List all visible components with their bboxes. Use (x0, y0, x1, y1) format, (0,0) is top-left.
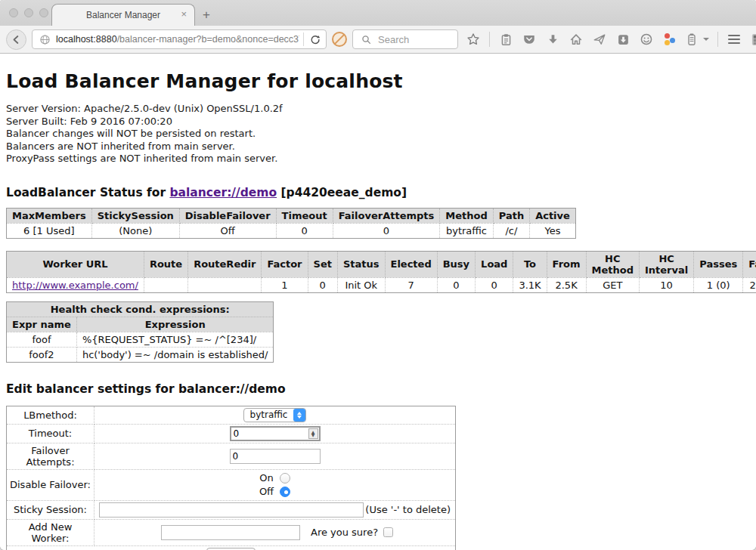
worker-status-table: Worker URLRouteRouteRedirFactorSetStatus… (6, 251, 756, 293)
table-cell (144, 277, 187, 292)
radio-off[interactable] (280, 487, 290, 497)
table-cell: Yes (530, 223, 576, 238)
url-domain: localhost:8880 (56, 34, 117, 45)
column-header: MaxMembers (7, 208, 92, 223)
page-title: Load Balancer Manager for localhost (6, 70, 750, 92)
back-icon (9, 32, 24, 47)
add-worker-input[interactable] (161, 525, 300, 540)
zoom-window-button[interactable] (39, 8, 48, 17)
health-check-table: Health check cond. expressions:Expr name… (6, 301, 274, 363)
column-header: Elected (385, 251, 437, 277)
lbmethod-selected-value: bytraffic (250, 409, 294, 420)
battery-container-icon[interactable] (684, 32, 699, 47)
table-row: foof2hc('body') =~ /domain is establishe… (7, 347, 274, 362)
table-cell: 6 [1 Used] (7, 223, 92, 238)
search-placeholder: Search (378, 34, 409, 45)
submit-button[interactable]: Submit (206, 548, 256, 550)
lbmethod-label: LBmethod: (7, 406, 94, 424)
worker-url-link[interactable]: http://www.example.com/ (12, 280, 138, 291)
loadbalancer-status-heading: LoadBalancer Status for balancer://demo … (6, 186, 750, 199)
column-header: Load (476, 251, 513, 277)
sticky-session-label: Sticky Session: (7, 500, 94, 519)
table-cell: 0 (333, 223, 440, 238)
lbmethod-select[interactable]: bytraffic (243, 408, 307, 422)
failover-attempts-row: Failover Attempts: (7, 443, 456, 469)
colored-dots-extension-icon[interactable] (662, 32, 676, 46)
balancer-demo-link[interactable]: balancer://demo (169, 186, 277, 199)
are-you-sure-checkbox[interactable] (383, 527, 393, 537)
timeout-label: Timeout: (7, 424, 94, 443)
table-cell: 1 (262, 277, 308, 292)
blocked-content-icon[interactable] (332, 32, 347, 47)
back-button[interactable] (6, 29, 26, 50)
table-cell: hc('body') =~ /domain is established/ (76, 347, 274, 362)
grid-screenshot-icon[interactable] (750, 32, 756, 47)
radio-on-label: On (259, 472, 273, 484)
tab-close-icon[interactable]: × (181, 9, 187, 19)
paper-plane-icon[interactable] (592, 32, 607, 47)
server-info-line: Balancer changes will NOT be persisted o… (6, 128, 750, 141)
menu-icon[interactable] (727, 32, 742, 47)
number-stepper-icon[interactable]: ▲▼ (308, 428, 318, 439)
radio-on[interactable] (280, 473, 290, 484)
status-heading-suffix: [p4420eeae_demo] (277, 186, 407, 199)
reload-icon[interactable] (308, 32, 323, 47)
table-cell: GET (586, 277, 639, 292)
table-cell: 2 (0) (743, 277, 756, 292)
column-header: Worker URL (7, 251, 144, 277)
table-cell: bytraffic (440, 223, 493, 238)
column-header: Busy (437, 251, 475, 277)
traffic-lights (9, 8, 48, 17)
disable-failover-label: Disable Failover: (7, 469, 94, 500)
server-info-line: Server Built: Feb 9 2016 07:00:20 (6, 116, 750, 128)
column-header: Expr name (7, 317, 77, 332)
table-cell: 0 (476, 277, 513, 292)
table-cell: 0 (437, 277, 475, 292)
bookmark-star-icon[interactable] (466, 32, 481, 47)
table-row: foof%{REQUEST_STATUS} =~ /^[234]/ (7, 332, 274, 347)
tab-bar: Balancer Manager × + (0, 0, 756, 26)
downloads-icon[interactable] (545, 32, 560, 47)
submit-row: Submit (7, 545, 456, 550)
are-you-sure-label: Are you sure? (311, 527, 378, 538)
table-cell: /c/ (493, 223, 529, 238)
column-header: FailoverAttempts (333, 208, 440, 223)
toolbar-divider (489, 32, 490, 47)
url-path: /balancer-manager?b=demo&nonce=decc37be-… (117, 34, 299, 45)
table-cell: 10 (639, 277, 693, 292)
sticky-session-input[interactable] (99, 502, 364, 518)
red-dot (665, 33, 670, 39)
lbmethod-row: LBmethod: bytraffic (7, 406, 456, 424)
table-title: Health check cond. expressions: (7, 301, 274, 317)
table-cell: foof (7, 332, 77, 347)
search-bar[interactable]: Search (352, 29, 458, 49)
url-bar[interactable]: localhost:8880/balancer-manager?b=demo&n… (32, 29, 327, 49)
column-header: Path (493, 208, 529, 223)
add-worker-row: Add New Worker: Are you sure? (7, 519, 456, 545)
globe-icon (37, 32, 52, 47)
reading-list-clipboard-icon[interactable] (498, 32, 513, 47)
pocket-icon[interactable] (522, 32, 537, 47)
smiley-chat-icon[interactable] (639, 32, 654, 47)
url-bar-divider (303, 32, 304, 46)
timeout-input[interactable] (231, 428, 308, 439)
dropdown-caret-icon[interactable] (703, 38, 709, 41)
new-tab-button[interactable]: + (195, 4, 218, 26)
tab-balancer-manager[interactable]: Balancer Manager × (51, 4, 195, 26)
column-header: From (547, 251, 586, 277)
timeout-input-wrap: ▲▼ (230, 426, 321, 441)
minimize-window-button[interactable] (24, 8, 33, 17)
column-header: StickySession (91, 208, 179, 223)
failover-attempts-input[interactable] (230, 449, 321, 464)
column-header: RouteRedir (188, 251, 262, 277)
table-row: http://www.example.com/ 10Init Ok7003.1K… (7, 277, 756, 292)
close-window-button[interactable] (9, 8, 18, 17)
page-content: Load Balancer Manager for localhost Serv… (0, 54, 756, 550)
url-text[interactable]: localhost:8880/balancer-manager?b=demo&n… (56, 34, 299, 45)
column-header: To (513, 251, 547, 277)
navigation-toolbar: localhost:8880/balancer-manager?b=demo&n… (0, 25, 756, 54)
save-box-icon[interactable] (615, 32, 631, 47)
column-header: HC Interval (639, 251, 693, 277)
server-info-line: ProxyPass settings are NOT inherited fro… (6, 153, 750, 165)
home-icon[interactable] (569, 32, 584, 47)
